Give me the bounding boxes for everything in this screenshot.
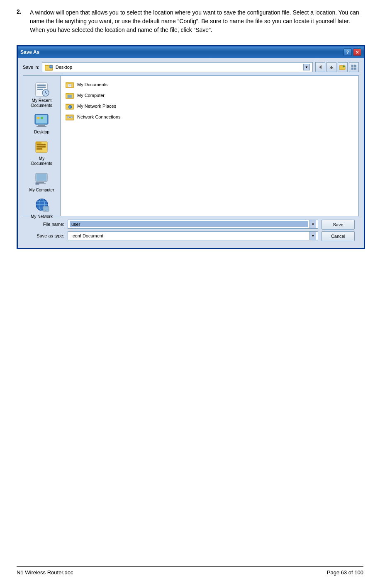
views-icon: [351, 64, 357, 70]
svg-rect-70: [71, 116, 73, 118]
svg-rect-10: [339, 65, 342, 66]
help-button[interactable]: ?: [343, 48, 352, 56]
sidebar-item-desktop[interactable]: Desktop: [25, 111, 58, 136]
views-button[interactable]: [349, 62, 359, 72]
file-computer-icon: [66, 92, 75, 99]
svg-rect-32: [37, 144, 46, 145]
file-list: My Documents: [61, 76, 358, 216]
filename-value[interactable]: user: [70, 221, 308, 227]
filetype-row: Save as type: .conf Document ▼: [27, 231, 318, 240]
file-name: Network Connections: [77, 114, 121, 119]
left-sidebar: My RecentDocuments: [23, 76, 61, 216]
footer-left: N1 Wireless Router.doc: [17, 569, 73, 576]
my-documents-icon: [34, 139, 50, 155]
file-name: My Documents: [77, 82, 107, 87]
new-folder-button[interactable]: [338, 62, 348, 72]
page-footer: N1 Wireless Router.doc Page 63 of 100: [17, 566, 363, 576]
save-in-label: Save in:: [23, 65, 39, 70]
svg-rect-14: [354, 65, 356, 67]
sidebar-item-desktop-label: Desktop: [34, 130, 49, 135]
svg-rect-20: [37, 89, 43, 90]
list-item[interactable]: My Computer: [64, 90, 355, 101]
filetype-value: .conf Document: [70, 233, 308, 239]
save-in-dropdown-arrow[interactable]: ▼: [303, 64, 310, 70]
list-item[interactable]: My Network Places: [64, 101, 355, 111]
file-name: My Network Places: [77, 104, 116, 109]
svg-rect-36: [37, 174, 46, 181]
step-text: A window will open that allows you to se…: [30, 8, 363, 34]
svg-rect-18: [37, 85, 46, 86]
dialog-body: Save in: Desktop ▼: [18, 58, 364, 248]
list-item[interactable]: Network Connections: [64, 111, 355, 122]
svg-rect-27: [37, 126, 46, 127]
new-folder-icon: [339, 64, 346, 70]
cancel-button[interactable]: Cancel: [322, 231, 355, 241]
svg-rect-33: [37, 146, 46, 148]
filetype-label: Save as type:: [27, 233, 64, 238]
bottom-row: File name: user ▼ Save as type: .conf Do…: [27, 220, 355, 243]
dialog-content: My RecentDocuments: [23, 75, 359, 216]
sidebar-item-mynetwork-label: My Network: [31, 214, 53, 219]
dialog-title: Save As: [20, 49, 39, 55]
sidebar-item-recent[interactable]: My RecentDocuments: [25, 79, 58, 110]
filename-dropdown-arrow[interactable]: ▼: [309, 220, 316, 228]
svg-rect-19: [37, 87, 46, 88]
back-icon: [317, 64, 323, 70]
filename-row: File name: user ▼: [27, 220, 318, 229]
toolbar-buttons: [315, 62, 359, 72]
up-button[interactable]: [326, 62, 336, 72]
sidebar-item-recent-label: My RecentDocuments: [31, 98, 52, 108]
titlebar-buttons: ? ✕: [343, 48, 361, 56]
bottom-fields: File name: user ▼ Save as type: .conf Do…: [27, 220, 318, 243]
svg-rect-48: [45, 211, 46, 211]
step-number: 2.: [17, 8, 25, 34]
file-network-icon: [66, 102, 75, 110]
my-network-icon: [34, 197, 50, 213]
save-in-value: Desktop: [56, 65, 301, 70]
file-name: My Computer: [77, 93, 105, 98]
desktop-icon: [34, 112, 50, 129]
dialog-bottom: File name: user ▼ Save as type: .conf Do…: [23, 216, 359, 243]
sidebar-item-mynetwork[interactable]: My Network: [25, 195, 58, 221]
save-button[interactable]: Save: [322, 220, 355, 230]
svg-rect-13: [351, 65, 353, 67]
svg-rect-15: [351, 68, 353, 70]
sidebar-item-mydocs[interactable]: MyDocuments: [25, 137, 58, 168]
footer-center: Page 63 of 100: [327, 569, 363, 576]
file-connections-icon: [66, 113, 75, 121]
back-button[interactable]: [315, 62, 325, 72]
svg-rect-31: [36, 142, 41, 144]
dialog-titlebar: Save As ? ✕: [18, 46, 364, 58]
list-item[interactable]: My Documents: [64, 79, 355, 90]
svg-rect-29: [41, 117, 43, 119]
my-computer-icon: [34, 170, 50, 187]
filename-input[interactable]: user ▼: [68, 220, 318, 229]
svg-rect-69: [67, 116, 69, 118]
up-icon: [329, 64, 334, 70]
recent-docs-icon: [34, 81, 50, 97]
svg-rect-34: [37, 148, 42, 150]
svg-rect-28: [37, 117, 39, 119]
filename-label: File name:: [27, 222, 64, 227]
filetype-dropdown-arrow[interactable]: ▼: [309, 232, 316, 240]
toolbar-row: Save in: Desktop ▼: [23, 62, 359, 72]
sidebar-item-mycomputer-label: My Computer: [29, 188, 54, 193]
file-folder-icon: [66, 81, 75, 88]
svg-marker-6: [319, 65, 322, 69]
sidebar-item-mydocs-label: MyDocuments: [31, 156, 52, 166]
save-in-dropdown[interactable]: Desktop ▼: [42, 62, 313, 72]
svg-rect-8: [331, 68, 332, 69]
svg-rect-47: [44, 207, 49, 211]
svg-rect-16: [354, 68, 356, 70]
svg-rect-52: [68, 84, 71, 87]
dialog-window: Save As ? ✕ Save in:: [17, 45, 365, 249]
dialog-action-buttons: Save Cancel: [322, 220, 355, 241]
svg-rect-40: [36, 183, 39, 184]
sidebar-item-mycomputer[interactable]: My Computer: [25, 169, 58, 194]
close-button[interactable]: ✕: [353, 48, 361, 56]
step-2: 2. A window will open that allows you to…: [17, 8, 363, 34]
save-in-folder-icon: [45, 63, 53, 71]
svg-rect-59: [68, 95, 71, 97]
filetype-input[interactable]: .conf Document ▼: [68, 231, 318, 240]
save-as-dialog: Save As ? ✕ Save in:: [17, 45, 365, 249]
